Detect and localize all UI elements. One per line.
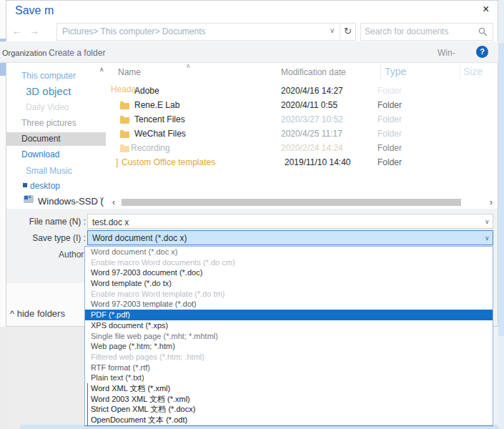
file-name: WeChat Files xyxy=(134,129,186,139)
desktop-bullet-icon xyxy=(23,183,27,187)
sidebar-item-small-music[interactable]: Small Music xyxy=(26,166,72,176)
folder-icon xyxy=(120,132,129,138)
sidebar-item-download[interactable]: Download xyxy=(21,149,59,159)
dialog-toolbar: Organization · Create a folder Win- ? xyxy=(0,41,498,63)
file-date: 2019/11/10 14:40 xyxy=(285,157,351,167)
filename-label: File name (N) : xyxy=(9,217,86,227)
dropdown-option[interactable]: Enable macro Word template (*.do tm) xyxy=(85,289,493,300)
save-dialog-screen: Save m × ← → Pictures> This computer> Do… xyxy=(0,0,504,429)
file-date: 2020/2/24 14:24 xyxy=(281,143,343,153)
file-name: Adobe xyxy=(134,86,159,96)
savetype-chevron-down-icon[interactable]: ∨ xyxy=(485,235,490,242)
savetype-combobox[interactable]: Word document (*.doc x) xyxy=(87,230,493,245)
sidebar-item-3d-object[interactable]: 3D object xyxy=(26,85,71,97)
forward-icon[interactable]: → xyxy=(29,25,39,36)
background-left-gray-strip xyxy=(0,327,6,429)
file-date: 2020/4/11 0:55 xyxy=(281,100,337,110)
column-divider xyxy=(460,64,460,80)
dropdown-option[interactable]: XPS document (*.xps) xyxy=(85,320,493,331)
file-type: Folder xyxy=(377,100,402,110)
table-row[interactable]: Rene.E Lab 2020/4/11 0:55 Folder xyxy=(114,99,493,113)
dropdown-option[interactable]: Word document (*.doc x) xyxy=(85,247,493,257)
file-type: Folder xyxy=(377,114,402,124)
table-row[interactable]: ] Custom Office templates 2019/11/10 14:… xyxy=(114,156,493,170)
dropdown-option[interactable]: Plain text (*.txt) xyxy=(85,373,493,383)
sidebar-scroll-down-icon[interactable]: ∨ xyxy=(99,195,104,202)
filename-chevron-down-icon[interactable]: ∨ xyxy=(485,218,490,225)
file-date: 2020/4/25 11:17 xyxy=(281,129,342,139)
sort-ascending-icon[interactable]: ∧ xyxy=(186,62,191,69)
file-type: Folder xyxy=(377,86,402,96)
column-header-size[interactable]: Size xyxy=(463,66,483,77)
search-input[interactable] xyxy=(365,25,472,38)
sidebar-item-document[interactable]: Document xyxy=(21,134,61,144)
sidebar-scroll-up-icon[interactable]: ∧ xyxy=(99,66,104,73)
hscroll-right-icon[interactable]: › xyxy=(490,197,493,207)
table-row[interactable]: Adobe 2020/4/16 14:27 Folder xyxy=(114,84,493,99)
author-label: Author: xyxy=(59,250,87,260)
file-type: Folder xyxy=(377,129,402,139)
file-date: 2020/4/16 14:27 xyxy=(281,86,343,96)
file-name: Recording xyxy=(131,143,170,153)
background-bottom-right xyxy=(493,327,498,429)
dropdown-option[interactable]: Word XML 文档 (*.xml) xyxy=(88,383,493,394)
dropdown-option[interactable]: Web page (*.htm; *.htm) xyxy=(85,341,493,352)
dropdown-xml-group: Word XML 文档 (*.xml) Word 2003 XML 文档 (*.… xyxy=(87,383,493,425)
dropdown-option-selected[interactable]: PDF (*.pdf) xyxy=(85,310,493,320)
sidebar-item-daily-video[interactable]: Daily Video xyxy=(26,102,69,112)
search-icon[interactable] xyxy=(478,27,488,36)
dropdown-option[interactable]: Word template (*.do tx) xyxy=(85,278,493,289)
disk-drive-icon xyxy=(24,195,34,203)
hide-folders-area xyxy=(6,283,85,326)
dropdown-option[interactable]: Word 2003 XML 文档 (*.xml) xyxy=(88,394,493,405)
dropdown-option[interactable]: Single file web page (*.mht; *.mhtml) xyxy=(85,331,493,342)
back-icon[interactable]: ← xyxy=(12,25,22,36)
dialog-title: Save m xyxy=(15,4,54,17)
column-header-name[interactable]: Name xyxy=(118,67,141,77)
dropdown-option[interactable]: Filtered web pages (*.htm; .html) xyxy=(85,352,493,363)
sidebar-item-this-computer[interactable]: This computer xyxy=(21,71,76,81)
column-header-type[interactable]: Type xyxy=(385,66,406,77)
folder-bracket-icon: ] xyxy=(116,157,118,167)
dropdown-option[interactable]: RTF format (*.rtf) xyxy=(85,363,493,373)
create-folder-button[interactable]: Create a folder xyxy=(49,48,105,58)
refresh-icon[interactable]: ↻ xyxy=(344,26,352,36)
sidebar-item-three-pictures[interactable]: Three pictures xyxy=(21,118,76,128)
sidebar-item-desktop[interactable]: desktop xyxy=(30,181,60,191)
win-label: Win- xyxy=(438,48,455,58)
help-icon[interactable]: ? xyxy=(476,46,488,58)
dropdown-option[interactable]: OpenDocument 文本 (*.odt) xyxy=(88,415,493,425)
file-date: 2020/3/27 10:52 xyxy=(281,114,343,124)
file-type: Folder xyxy=(377,157,402,167)
savetype-label: Save type (I) : xyxy=(9,233,86,243)
folder-icon xyxy=(120,146,129,152)
column-header-date[interactable]: Modification date xyxy=(281,67,346,77)
background-bottom-left xyxy=(6,327,84,429)
filename-input[interactable] xyxy=(87,214,493,229)
hide-folders-button[interactable]: ^ hide folders xyxy=(10,308,65,319)
close-icon[interactable]: × xyxy=(483,3,489,16)
organization-menu[interactable]: Organization · xyxy=(2,49,51,57)
hscroll-left-icon[interactable]: ‹ xyxy=(112,197,115,207)
folder-icon xyxy=(120,103,129,109)
folder-icon xyxy=(120,117,129,124)
table-row[interactable]: Recording 2020/2/24 14:24 Folder xyxy=(114,142,493,156)
dropdown-option[interactable]: Strict Open XML 文档 (*.docx) xyxy=(88,404,493,415)
hscroll-thumb[interactable] xyxy=(122,199,461,206)
file-name: Rene.E Lab xyxy=(134,100,179,110)
file-name: Tencent Files xyxy=(134,114,185,124)
dropdown-option[interactable]: Word 97-2003 template (*.dot) xyxy=(85,299,493,310)
dropdown-option[interactable]: Word 97-2003 document (*.doc) xyxy=(85,267,493,278)
file-name: Custom Office templates xyxy=(122,157,215,167)
dropdown-option[interactable]: Enable macro Word documents (*.do cm) xyxy=(85,257,493,268)
file-type: Folder xyxy=(377,143,402,153)
table-row[interactable]: WeChat Files 2020/4/25 11:17 Folder xyxy=(114,127,493,142)
breadcrumb[interactable]: Pictures> This computer> Documents xyxy=(62,26,206,36)
table-row[interactable]: Tencent Files 2020/3/27 10:52 Folder xyxy=(114,113,493,127)
address-dropdown-icon[interactable]: ∨ xyxy=(330,26,335,34)
savetype-dropdown-list: Word document (*.doc x) Enable macro Wor… xyxy=(84,246,493,426)
background-right-blue-strip xyxy=(498,43,504,336)
sidebar-item-windows-ssd[interactable]: Windows-SSD ( xyxy=(38,196,104,207)
column-divider xyxy=(380,64,381,80)
